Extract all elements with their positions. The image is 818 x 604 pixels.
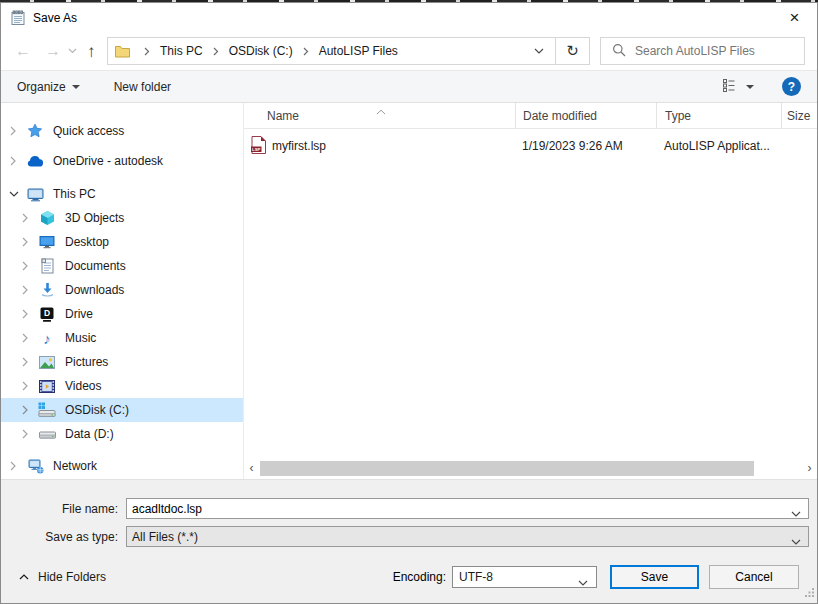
chevron-down-icon[interactable] — [9, 190, 23, 198]
picture-icon — [37, 356, 57, 369]
new-folder-label: New folder — [114, 80, 171, 94]
recent-locations-chevron-icon[interactable] — [68, 48, 77, 54]
hide-folders-button[interactable]: Hide Folders — [19, 570, 106, 584]
search-input[interactable]: Search AutoLISP Files — [600, 37, 805, 65]
chevron-down-icon[interactable] — [791, 506, 801, 520]
computer-icon — [25, 187, 45, 202]
help-button[interactable]: ? — [782, 77, 801, 96]
sort-ascending-icon[interactable] — [376, 104, 386, 118]
column-headers: Name Date modified Type Size — [244, 103, 817, 129]
breadcrumb-item-this-pc[interactable]: This PC — [158, 44, 205, 58]
sidebar-item-osdisk-selected[interactable]: OSDisk (C:) — [1, 398, 243, 422]
film-icon — [37, 380, 57, 393]
chevron-right-icon[interactable] — [9, 461, 23, 471]
chevron-down-icon — [791, 534, 801, 548]
organize-button[interactable]: Organize — [17, 80, 80, 94]
change-view-button[interactable] — [723, 79, 754, 95]
file-name-cell[interactable]: LSP myfirst.lsp — [244, 136, 515, 157]
organize-label: Organize — [17, 80, 66, 94]
chevron-right-icon[interactable] — [21, 381, 35, 391]
sidebar-item-music[interactable]: ♪ Music — [1, 326, 243, 350]
sidebar-item-label: Desktop — [65, 235, 109, 249]
sidebar-item-desktop[interactable]: Desktop — [1, 230, 243, 254]
save-as-type-select[interactable]: All Files (*.*) — [126, 526, 809, 547]
sidebar-item-network[interactable]: Network — [1, 454, 243, 478]
sidebar-item-label: Videos — [65, 379, 101, 393]
hard-drive-icon — [37, 427, 57, 441]
monitor-icon — [37, 235, 57, 249]
back-icon[interactable]: ← — [15, 43, 31, 59]
chevron-right-icon[interactable] — [21, 429, 35, 439]
sidebar-item-onedrive[interactable]: OneDrive - autodesk — [1, 149, 243, 173]
scroll-right-icon[interactable]: › — [803, 461, 816, 476]
save-button[interactable]: Save — [610, 565, 699, 589]
windows-drive-icon — [37, 402, 57, 418]
breadcrumb-chevron-icon — [136, 47, 158, 56]
sidebar-item-quick-access[interactable]: Quick access — [1, 119, 243, 143]
column-header-date-modified[interactable]: Date modified — [515, 103, 656, 128]
sidebar-item-documents[interactable]: Documents — [1, 254, 243, 278]
file-name-row: File name: — [1, 498, 809, 519]
column-header-size[interactable]: Size — [781, 103, 817, 128]
scrollbar-thumb[interactable] — [260, 461, 754, 476]
sidebar-item-label: 3D Objects — [65, 211, 124, 225]
sidebar-item-pictures[interactable]: Pictures — [1, 350, 243, 374]
cube-icon — [37, 210, 57, 226]
sidebar-item-data-drive[interactable]: Data (D:) — [1, 422, 243, 446]
close-button[interactable]: × — [772, 3, 817, 32]
sidebar-item-videos[interactable]: Videos — [1, 374, 243, 398]
chevron-down-icon — [746, 85, 754, 89]
sidebar-item-label: Drive — [65, 307, 93, 321]
hide-folders-label: Hide Folders — [38, 570, 106, 584]
horizontal-scrollbar[interactable]: ‹ › — [245, 461, 816, 476]
chevron-right-icon[interactable] — [21, 237, 35, 247]
address-dropdown-chevron-icon[interactable] — [523, 38, 555, 64]
chevron-right-icon[interactable] — [21, 285, 35, 295]
navigation-bar: ← → ↑ This PC OSDisk (C:) AutoLISP Files — [1, 32, 817, 70]
breadcrumb-item-autolisp-files[interactable]: AutoLISP Files — [317, 44, 400, 58]
sidebar-item-this-pc[interactable]: This PC — [1, 182, 243, 206]
cancel-button[interactable]: Cancel — [709, 565, 799, 589]
details-view-icon — [723, 79, 740, 95]
sidebar-item-label: OneDrive - autodesk — [53, 154, 163, 168]
chevron-right-icon[interactable] — [21, 309, 35, 319]
save-as-dialog: Save As × ← → ↑ This PC OSDisk (C:) Auto… — [0, 2, 818, 604]
file-name-input[interactable] — [127, 499, 808, 518]
chevron-right-icon[interactable] — [21, 405, 35, 415]
main-area: Quick access OneDrive - autodesk This PC… — [1, 103, 817, 479]
chevron-right-icon[interactable] — [21, 333, 35, 343]
sidebar-item-drive[interactable]: D Drive — [1, 302, 243, 326]
chevron-right-icon[interactable] — [21, 261, 35, 271]
file-type: AutoLISP Applicat... — [656, 139, 781, 153]
sidebar-item-3d-objects[interactable]: 3D Objects — [1, 206, 243, 230]
download-arrow-icon — [37, 282, 57, 298]
chevron-right-icon[interactable] — [21, 213, 35, 223]
file-name-label: File name: — [1, 502, 126, 516]
sidebar-item-downloads[interactable]: Downloads — [1, 278, 243, 302]
folder-icon — [115, 45, 130, 58]
chevron-right-icon[interactable] — [9, 126, 23, 136]
scroll-left-icon[interactable]: ‹ — [245, 461, 258, 476]
notepad-icon — [10, 10, 26, 26]
document-icon — [37, 258, 57, 274]
resize-grip[interactable] — [805, 586, 814, 600]
encoding-select[interactable]: UTF-8 — [452, 566, 597, 588]
title-bar: Save As × — [1, 3, 817, 32]
chevron-right-icon[interactable] — [21, 357, 35, 367]
refresh-button[interactable]: ↻ — [555, 38, 589, 64]
svg-text:LSP: LSP — [252, 146, 260, 151]
column-header-type[interactable]: Type — [656, 103, 781, 128]
encoding-value: UTF-8 — [453, 570, 493, 584]
chevron-right-icon[interactable] — [9, 156, 23, 166]
forward-icon[interactable]: → — [45, 43, 61, 59]
new-folder-button[interactable]: New folder — [114, 80, 171, 94]
up-icon[interactable]: ↑ — [87, 43, 96, 60]
chevron-down-icon — [72, 85, 80, 89]
chevron-down-icon — [578, 575, 588, 589]
file-name: myfirst.lsp — [272, 139, 326, 153]
breadcrumb-item-osdisk[interactable]: OSDisk (C:) — [227, 44, 295, 58]
sidebar-item-label: Network — [53, 459, 97, 473]
navigation-pane: Quick access OneDrive - autodesk This PC… — [1, 103, 244, 479]
nav-arrows: ← → ↑ — [9, 43, 107, 60]
file-row[interactable]: LSP myfirst.lsp 1/19/2023 9:26 AM AutoLI… — [244, 135, 817, 157]
